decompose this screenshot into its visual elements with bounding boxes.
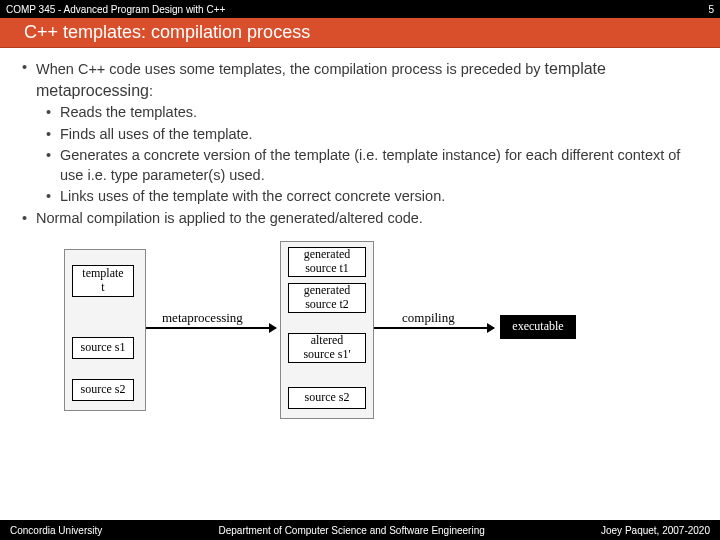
footer-center: Department of Computer Science and Softw… — [219, 525, 485, 536]
bullet-1a: Reads the templates. — [46, 103, 698, 123]
bullet-1-post: : — [149, 83, 153, 99]
box-gen-t1: generated source t1 — [288, 247, 366, 277]
box-gen-t2: generated source t2 — [288, 283, 366, 313]
bullet-1d: Links uses of the template with the corr… — [46, 187, 698, 207]
box-source-s2: source s2 — [72, 379, 134, 401]
arrow-compiling — [374, 327, 494, 329]
bullet-list: When C++ code uses some templates, the c… — [22, 58, 698, 229]
compilation-diagram: template t source s1 source s2 metaproce… — [64, 239, 624, 429]
label-metaprocessing: metaprocessing — [162, 309, 243, 327]
footer-right: Joey Paquet, 2007-2020 — [601, 525, 710, 536]
slide-title-bar: C++ templates: compilation process — [0, 18, 720, 48]
arrow-metaprocessing — [146, 327, 276, 329]
footer-left: Concordia University — [10, 525, 102, 536]
slide: COMP 345 - Advanced Program Design with … — [0, 0, 720, 540]
slide-title: C++ templates: compilation process — [24, 22, 310, 43]
slide-body: When C++ code uses some templates, the c… — [0, 48, 720, 520]
bullet-2: Normal compilation is applied to the gen… — [22, 209, 698, 229]
sub-bullet-list: Reads the templates. Finds all uses of t… — [46, 103, 698, 207]
box-source-s1: source s1 — [72, 337, 134, 359]
bullet-1c: Generates a concrete version of the temp… — [46, 146, 698, 185]
bullet-1b: Finds all uses of the template. — [46, 125, 698, 145]
box-executable: executable — [500, 315, 576, 339]
bullet-1-pre: When C++ code uses some templates, the c… — [36, 61, 545, 77]
box-template-t: template t — [72, 265, 134, 297]
box-source-s2b: source s2 — [288, 387, 366, 409]
slide-number: 5 — [708, 4, 714, 15]
slide-topbar: COMP 345 - Advanced Program Design with … — [0, 0, 720, 18]
course-code: COMP 345 - Advanced Program Design with … — [6, 4, 225, 15]
box-alt-s1: altered source s1' — [288, 333, 366, 363]
label-compiling: compiling — [402, 309, 455, 327]
slide-footer: Concordia University Department of Compu… — [0, 520, 720, 540]
bullet-1: When C++ code uses some templates, the c… — [22, 58, 698, 207]
